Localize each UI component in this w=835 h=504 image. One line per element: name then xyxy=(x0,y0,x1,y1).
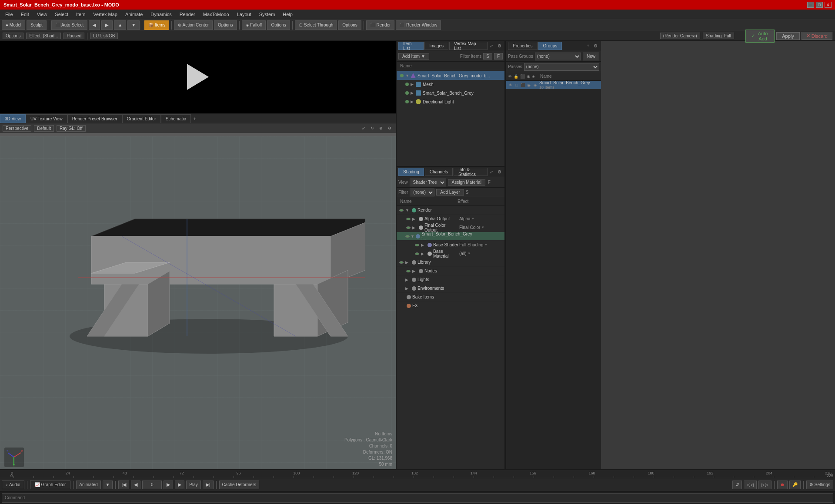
lights-expand[interactable]: ▶ xyxy=(405,278,411,282)
filter-f-button[interactable]: F xyxy=(494,53,503,60)
tab-add[interactable]: + xyxy=(191,114,199,123)
shading-row-nodes[interactable]: ▶ Nodes xyxy=(397,267,504,275)
solar-shading-vis[interactable] xyxy=(405,233,410,239)
viewport-default-btn[interactable]: Default xyxy=(34,125,54,132)
shading-full-btn[interactable]: Shading: Full xyxy=(703,33,734,39)
apply-button[interactable]: Apply xyxy=(776,32,800,40)
menu-file[interactable]: File xyxy=(2,11,17,18)
viewport-perspective-btn[interactable]: Perspective xyxy=(3,125,31,132)
mesh-vis[interactable] xyxy=(404,81,411,88)
item-list-maximize-icon[interactable]: ⤢ xyxy=(488,43,494,49)
menu-system[interactable]: System xyxy=(256,11,279,18)
prev-frame-button[interactable]: |◀ xyxy=(118,481,129,489)
menu-animate[interactable]: Animate xyxy=(122,11,146,18)
nodes-vis[interactable] xyxy=(405,268,411,274)
menu-vertex-map[interactable]: Vertex Map xyxy=(90,11,121,18)
play-label[interactable]: Play xyxy=(186,481,200,489)
light-expand[interactable]: ▶ xyxy=(411,99,416,104)
menu-dynamics[interactable]: Dynamics xyxy=(147,11,175,18)
viewport-refresh-icon[interactable]: ↻ xyxy=(369,125,376,132)
finalcolor-expand[interactable]: ▶ xyxy=(412,225,418,230)
environments-vis[interactable] xyxy=(398,285,404,292)
current-frame-input[interactable] xyxy=(142,481,162,489)
minimize-button[interactable]: ─ xyxy=(807,2,814,8)
render-button[interactable]: ⬛ Render xyxy=(366,20,395,30)
finalcolor-arrow[interactable]: ▼ xyxy=(481,225,484,229)
solar-shading-expand[interactable]: ▼ xyxy=(411,234,414,239)
render-camera-btn[interactable]: (Render Camera) xyxy=(660,33,700,39)
light-vis[interactable] xyxy=(404,98,411,105)
menu-help[interactable]: Help xyxy=(279,11,296,18)
falloff-options-button[interactable]: Options xyxy=(267,20,290,30)
basematerial-arrow[interactable]: ▼ xyxy=(468,252,471,255)
menu-view[interactable]: View xyxy=(33,11,51,18)
render-vis[interactable] xyxy=(398,207,404,213)
graph-editor-button[interactable]: 📈 Graph Editor xyxy=(30,481,71,489)
solar-vis[interactable] xyxy=(404,90,411,96)
maximize-button[interactable]: □ xyxy=(816,2,823,8)
auto-select-button[interactable]: ⬛ Auto Select xyxy=(51,20,87,30)
menu-item[interactable]: Item xyxy=(73,11,89,18)
keyframe-prev-button[interactable]: ◁◁ xyxy=(744,481,757,489)
environments-expand[interactable]: ▶ xyxy=(405,286,411,291)
tab-properties[interactable]: Properties xyxy=(508,42,538,50)
properties-content[interactable]: 👁 🔒 ⬛ ◉ ◈ Name 👁 □ ⬛ ◉ ◈ Smart_Solar_Ben… xyxy=(506,72,601,469)
paused-btn[interactable]: Paused xyxy=(63,33,84,39)
baseshader-expand[interactable]: ▶ xyxy=(421,243,426,247)
animated-button[interactable]: Animated xyxy=(76,481,100,489)
command-input[interactable] xyxy=(2,493,833,503)
menu-maxtomod[interactable]: MaxToModo xyxy=(200,11,233,18)
shading-row-library[interactable]: ▶ Library xyxy=(397,258,504,267)
basematerial-expand[interactable]: ▶ xyxy=(421,252,426,256)
alpha-arrow[interactable]: ▼ xyxy=(471,217,475,221)
tab-uv-texture[interactable]: UV Texture View xyxy=(26,114,67,123)
mode-sculpt-button[interactable]: Sculpt xyxy=(27,20,47,30)
shading-row-base-shader[interactable]: ▶ Base Shader Full Shading ▼ xyxy=(397,241,504,249)
action-options-button[interactable]: Options xyxy=(214,20,237,30)
shading-row-fx[interactable]: FX xyxy=(397,302,504,310)
shading-maximize-icon[interactable]: ⤢ xyxy=(488,169,494,175)
animated-arrow-button[interactable]: ▼ xyxy=(103,481,113,489)
pass-groups-select[interactable]: (none) xyxy=(535,53,581,60)
baseshader-vis[interactable] xyxy=(414,242,420,248)
key-button[interactable]: 🔑 xyxy=(789,481,801,489)
menu-layout[interactable]: Layout xyxy=(234,11,255,18)
basematerial-vis[interactable] xyxy=(414,251,420,257)
groups-add-icon[interactable]: + xyxy=(585,43,591,49)
select-through-button[interactable]: ⬡ Select Through xyxy=(295,20,337,30)
lut-btn[interactable]: LUT: sRGB xyxy=(90,33,118,39)
render-expand[interactable]: ▼ xyxy=(405,208,411,212)
baseshader-arrow[interactable]: ▼ xyxy=(484,243,488,247)
tab-item-list[interactable]: Item List xyxy=(398,42,424,50)
effect-shad-btn[interactable]: Effect: (Shad... xyxy=(26,33,61,39)
tab-images[interactable]: Images xyxy=(424,42,448,50)
tree-item-mesh-parent[interactable]: ▶ Mesh xyxy=(397,80,504,89)
next-frame-button[interactable]: ▶| xyxy=(203,481,214,489)
settings-button[interactable]: ⚙ Settings xyxy=(806,481,833,489)
falloff-button[interactable]: ◈ Falloff xyxy=(242,20,266,30)
scene-vis[interactable] xyxy=(398,72,405,79)
shading-row-bake-items[interactable]: Bake Items xyxy=(397,293,504,302)
solar-expand[interactable]: ▶ xyxy=(411,91,416,95)
tool-left-button[interactable]: ◀ xyxy=(89,20,100,30)
tool-right-button[interactable]: ▶ xyxy=(101,20,113,30)
render-play-button[interactable] xyxy=(187,64,213,90)
props-settings-icon[interactable]: ⚙ xyxy=(592,43,599,49)
record-button[interactable]: ⏺ xyxy=(777,481,788,489)
keyframe-next-button[interactable]: ▷▷ xyxy=(758,481,772,489)
shading-view-select[interactable]: Shader Tree xyxy=(410,179,446,186)
shading-filter-select[interactable]: (none) xyxy=(410,189,434,196)
shading-row-smart-solar[interactable]: ▼ Smart_Solar_Bench_Grey f... xyxy=(397,232,504,241)
tree-item-smart-solar[interactable]: ▶ Smart_Solar_Bench_Grey xyxy=(397,89,504,97)
prev-button[interactable]: ◀ xyxy=(131,481,140,489)
tab-schematic[interactable]: Schematic xyxy=(161,114,191,123)
mesh-expand[interactable]: ▶ xyxy=(411,82,416,86)
passes-select[interactable]: (none) xyxy=(524,63,599,71)
discard-button[interactable]: ✕ Discard xyxy=(802,32,832,40)
scene-expand[interactable]: ▼ xyxy=(405,73,411,78)
bakeitems-vis[interactable] xyxy=(398,294,404,300)
viewport-maximize-icon[interactable]: ⤢ xyxy=(360,125,367,132)
shading-row-environments[interactable]: ▶ Environments xyxy=(397,284,504,293)
tab-3d-view[interactable]: 3D View xyxy=(0,114,26,123)
tab-groups[interactable]: Groups xyxy=(538,42,562,50)
